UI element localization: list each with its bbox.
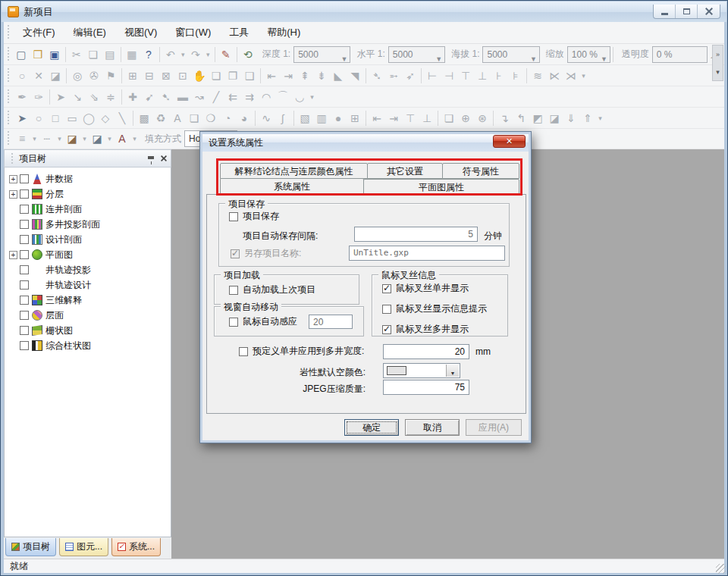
tab-planview-properties[interactable]: 平面图属性 — [363, 179, 519, 195]
save-icon[interactable]: ▣ — [46, 46, 63, 63]
hatch-icon[interactable]: ≋ — [529, 67, 546, 84]
dropdown-button[interactable] — [446, 365, 459, 377]
fly-back-icon[interactable]: ➶ — [402, 67, 419, 84]
lock-vertical-icon[interactable]: ⊠ — [158, 67, 174, 84]
line-style-icon[interactable]: ≡ — [14, 130, 30, 147]
add-branch-icon[interactable]: ⊛ — [474, 110, 491, 127]
menu-help[interactable]: 帮助(H) — [258, 23, 309, 42]
well-spacing-4-icon[interactable]: ⊥ — [474, 67, 491, 84]
draw-square-icon[interactable]: □ — [47, 110, 64, 127]
arc-icon[interactable]: ⌒ — [275, 89, 291, 105]
tree-item[interactable]: 层面 — [9, 308, 171, 323]
fill-foreground-icon[interactable]: ◪ — [64, 130, 80, 147]
bar-chart-icon[interactable]: ▥ — [313, 110, 330, 127]
tree-item[interactable]: +分层 — [9, 186, 171, 202]
tree-item[interactable]: +井数据 — [9, 171, 171, 186]
font-color-icon[interactable]: A — [114, 130, 130, 147]
new-file-icon[interactable]: ▢ — [13, 46, 30, 63]
mouse-sense-input[interactable]: 20 — [309, 315, 353, 329]
align-left-icon[interactable]: ⇤ — [369, 110, 385, 127]
tree-item[interactable]: 设计剖面 — [9, 232, 171, 247]
draw-rect-icon[interactable]: ▭ — [64, 110, 80, 127]
saveas-name-checkbox[interactable] — [231, 249, 240, 258]
menu-view[interactable]: 视图(V) — [115, 23, 166, 42]
copy-icon[interactable]: ❏ — [85, 46, 102, 63]
import-doc-icon[interactable]: ⇓ — [563, 110, 579, 127]
tree-expander-icon[interactable]: + — [9, 251, 17, 259]
tree-item-checkbox[interactable] — [20, 326, 29, 335]
tree-item-checkbox[interactable] — [20, 265, 29, 274]
tree-expander-icon[interactable]: + — [9, 175, 17, 183]
toolbar-overflow-icon[interactable]: ▾ — [308, 89, 316, 105]
smooth-line-icon[interactable]: ↝ — [191, 89, 208, 105]
tree-item-checkbox[interactable] — [20, 189, 29, 199]
pie-chart-icon[interactable]: ● — [330, 110, 347, 127]
tree-item[interactable]: +平面图 — [9, 247, 171, 262]
align-top-icon[interactable]: ⊤ — [402, 110, 419, 127]
rotate-right-icon[interactable]: ↴ — [496, 110, 513, 127]
tree-item-checkbox[interactable] — [20, 174, 29, 183]
well-spacing-1-icon[interactable]: ⊢ — [424, 67, 441, 84]
zoom-icon[interactable]: ○ — [14, 67, 30, 84]
mouse-sense-checkbox[interactable] — [229, 318, 238, 327]
tab-symbol-properties[interactable]: 符号属性 — [442, 163, 519, 179]
lock-open-icon[interactable]: ⊟ — [141, 67, 158, 84]
opacity-input[interactable]: 0 % — [652, 46, 708, 63]
toolbar-overflow-button[interactable]: » ▾ — [712, 45, 723, 81]
fill-background-icon[interactable]: ◪ — [89, 130, 105, 147]
select-node-icon[interactable]: ➤ — [52, 89, 69, 105]
panel-close-icon[interactable] — [161, 155, 167, 161]
draw-line-icon[interactable]: ╲ — [114, 110, 130, 127]
insert-text-icon[interactable]: A — [169, 110, 186, 127]
node-list-icon[interactable]: ≑ — [102, 89, 119, 105]
font-color-dropdown-icon[interactable]: ▾ — [130, 130, 139, 147]
straighten-icon[interactable]: ▬ — [174, 89, 191, 105]
annotate-pen-icon[interactable]: ✎ — [218, 46, 234, 63]
draw-segment-icon[interactable]: ╱ — [208, 89, 224, 105]
horizontal-scale-combo[interactable]: 5000▼ — [388, 46, 445, 63]
tree-item[interactable]: 多井投影剖面 — [9, 217, 171, 232]
tree-item-checkbox[interactable] — [20, 341, 29, 350]
tree-item[interactable]: 连井剖面 — [9, 202, 171, 217]
fill-foreground-dropdown-icon[interactable]: ▾ — [80, 130, 89, 147]
well-spacing-5-icon[interactable]: ⊦ — [491, 67, 507, 84]
close-button[interactable] — [698, 5, 720, 18]
menu-tools[interactable]: 工具 — [220, 23, 258, 42]
insert-chart-icon[interactable]: ▧ — [297, 110, 313, 127]
rotate-shape-icon[interactable]: ♻ — [152, 110, 169, 127]
dialog-close-button[interactable]: ✕ — [493, 135, 526, 148]
tab-interpretation-colors[interactable]: 解释结论结点与连层颜色属性 — [220, 163, 368, 179]
cancel-button[interactable]: 取消 — [405, 419, 460, 436]
tree-item-checkbox[interactable] — [20, 296, 29, 305]
autosave-interval-input[interactable]: 5 — [354, 227, 478, 242]
split-line-icon[interactable]: ➹ — [141, 89, 158, 105]
align-left-edge-icon[interactable]: ⇤ — [263, 67, 280, 84]
minimize-button[interactable] — [654, 5, 676, 18]
merge-line-icon[interactable]: ➷ — [158, 89, 174, 105]
select-cursor-icon[interactable]: ➤ — [14, 110, 30, 127]
lithology-color-combo[interactable] — [383, 363, 460, 378]
line-width-dropdown-icon[interactable]: ▾ — [55, 130, 64, 147]
maximize-button[interactable] — [676, 5, 698, 18]
tab-system-properties[interactable]: 系统属性 — [220, 178, 364, 195]
tie-right-icon[interactable]: ⋊ — [563, 67, 579, 84]
tree-item[interactable]: 栅状图 — [9, 323, 171, 338]
slide-node-icon[interactable]: ⇘ — [86, 89, 102, 105]
tree-item-checkbox[interactable] — [20, 311, 29, 320]
fly-right-icon[interactable]: ➵ — [385, 67, 402, 84]
refresh-icon[interactable]: ⟲ — [240, 46, 256, 63]
line-style-dropdown-icon[interactable]: ▾ — [30, 130, 39, 147]
ungroup-icon[interactable]: ◪ — [546, 110, 563, 127]
fly-left-icon[interactable]: ➴ — [369, 67, 385, 84]
align-bottom-icon[interactable]: ⊥ — [419, 110, 435, 127]
undo-icon[interactable]: ↶ — [162, 46, 179, 63]
duplicate-icon[interactable]: ❏ — [441, 110, 457, 127]
extend-left-icon[interactable]: ⇇ — [224, 89, 241, 105]
align-right-icon[interactable]: ⇥ — [385, 110, 402, 127]
tree-item[interactable]: 井轨迹投影 — [9, 262, 171, 277]
draw-curve-icon[interactable]: ∿ — [258, 110, 275, 127]
auto-load-checkbox[interactable] — [229, 286, 238, 295]
paste-icon[interactable]: ▤ — [102, 46, 118, 63]
group-icon[interactable]: ◩ — [529, 110, 546, 127]
edit-polyline-icon[interactable]: ✒ — [14, 89, 30, 105]
